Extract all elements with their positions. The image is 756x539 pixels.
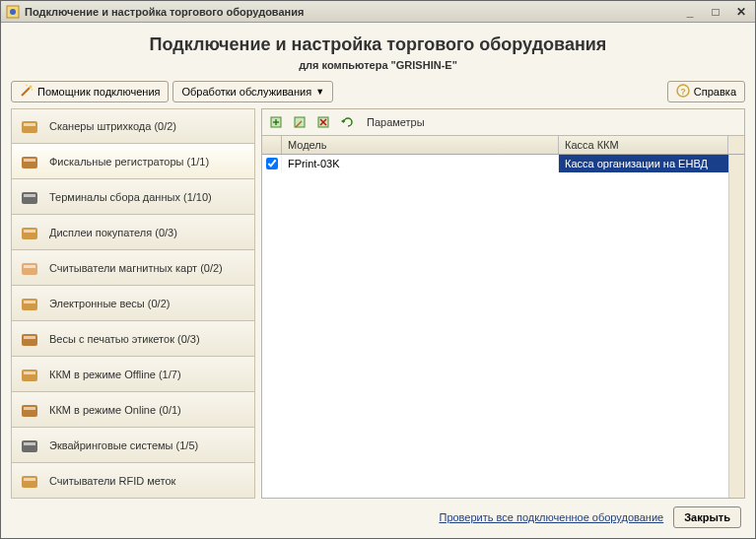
add-icon[interactable]: [268, 113, 286, 131]
svg-point-3: [30, 86, 33, 89]
svg-rect-9: [24, 123, 35, 126]
acquiring-icon: [18, 434, 41, 457]
svg-point-5: [32, 89, 34, 91]
svg-rect-23: [24, 371, 35, 374]
svg-rect-29: [24, 478, 35, 481]
edit-icon[interactable]: [292, 113, 309, 131]
customer-display-icon: [18, 221, 41, 244]
sidebar-item-label: Считыватели магнитных карт (0/2): [49, 262, 248, 274]
svg-rect-19: [24, 301, 35, 303]
svg-point-4: [26, 85, 28, 87]
page-heading: Подключение и настройка торгового оборуд…: [11, 34, 745, 55]
connection-wizard-button[interactable]: Помощник подключения: [11, 81, 169, 102]
params-label: Параметры: [367, 116, 425, 128]
label-scale-icon: [18, 327, 41, 351]
kkm-online-icon: [18, 398, 41, 422]
wizard-label: Помощник подключения: [37, 86, 160, 98]
maximize-button[interactable]: □: [706, 4, 725, 20]
sidebar-item-6[interactable]: Весы с печатью этикеток (0/3): [11, 321, 255, 357]
sidebar-item-7[interactable]: ККМ в режиме Offline (1/7): [11, 357, 255, 392]
svg-rect-20: [22, 334, 37, 346]
svg-text:?: ?: [680, 87, 686, 97]
app-icon: [5, 4, 21, 20]
minimize-button[interactable]: _: [680, 4, 700, 20]
close-window-button[interactable]: ✕: [731, 4, 751, 20]
kkm-offline-icon: [18, 363, 41, 386]
svg-point-1: [10, 9, 16, 15]
svg-rect-8: [22, 121, 37, 133]
right-pane: Параметры Модель Касса ККМ FPrint-03KКас…: [261, 108, 745, 499]
sidebar-item-label: Сканеры штрихкода (0/2): [49, 120, 248, 132]
column-header-kassa[interactable]: Касса ККМ: [559, 136, 728, 154]
svg-rect-16: [22, 263, 37, 275]
sidebar: Сканеры штрихкода (0/2)Фискальные регист…: [11, 108, 255, 499]
sidebar-item-9[interactable]: Эквайринговые системы (1/5): [11, 428, 255, 463]
data-terminal-icon: [18, 185, 41, 209]
close-button[interactable]: Закрыть: [673, 506, 741, 528]
svg-rect-24: [22, 405, 37, 417]
check-all-link[interactable]: Проверить все подключенное оборудование: [439, 511, 663, 523]
svg-rect-17: [24, 265, 35, 268]
sidebar-item-3[interactable]: Дисплеи покупателя (0/3): [11, 215, 255, 250]
svg-rect-26: [22, 440, 37, 452]
column-header-check[interactable]: [262, 136, 282, 154]
sidebar-item-label: ККМ в режиме Online (0/1): [49, 404, 248, 416]
sidebar-item-8[interactable]: ККМ в режиме Online (0/1): [11, 392, 255, 428]
rfid-icon: [18, 469, 41, 493]
sidebar-item-label: Эквайринговые системы (1/5): [49, 439, 248, 451]
svg-line-2: [22, 88, 30, 96]
sidebar-item-label: Электронные весы (0/2): [49, 298, 248, 309]
help-label: Справка: [694, 86, 736, 98]
sidebar-item-2[interactable]: Терминалы сбора данных (1/10): [11, 179, 255, 215]
delete-icon[interactable]: [315, 113, 333, 131]
sidebar-item-10[interactable]: Считыватели RFID меток: [11, 463, 255, 499]
bottom-bar: Проверить все подключенное оборудование …: [11, 499, 745, 532]
grid-header: Модель Касса ККМ: [262, 136, 744, 155]
column-header-model[interactable]: Модель: [282, 136, 559, 154]
card-reader-icon: [18, 256, 41, 280]
svg-rect-22: [22, 370, 37, 381]
sidebar-item-label: Дисплеи покупателя (0/3): [49, 227, 248, 238]
main-area: Сканеры штрихкода (0/2)Фискальные регист…: [11, 108, 745, 499]
svg-rect-27: [24, 442, 35, 445]
svg-rect-14: [22, 228, 37, 239]
sidebar-item-4[interactable]: Считыватели магнитных карт (0/2): [11, 250, 255, 286]
grid: Модель Касса ККМ FPrint-03KКасса организ…: [262, 135, 744, 498]
svg-rect-10: [22, 157, 37, 168]
sidebar-item-1[interactable]: Фискальные регистраторы (1/1): [11, 144, 255, 179]
sidebar-item-label: Фискальные регистраторы (1/1): [49, 156, 248, 168]
scrollbar-head: [728, 136, 744, 154]
row-checkbox[interactable]: [266, 158, 278, 169]
svg-rect-12: [22, 192, 37, 204]
table-row[interactable]: FPrint-03KКасса организации на ЕНВД: [262, 155, 728, 172]
window-title: Подключение и настройка торгового оборуд…: [25, 6, 680, 18]
row-checkbox-cell: [262, 155, 282, 172]
barcode-scanner-icon: [18, 114, 41, 138]
wand-icon: [20, 84, 34, 100]
svg-rect-28: [22, 476, 37, 488]
svg-rect-15: [24, 230, 35, 233]
titlebar: Подключение и настройка торгового оборуд…: [1, 1, 755, 23]
sidebar-item-label: ККМ в режиме Offline (1/7): [49, 369, 248, 380]
svg-rect-18: [22, 299, 37, 310]
help-icon: ?: [676, 84, 690, 100]
sidebar-item-label: Терминалы сбора данных (1/10): [49, 191, 248, 203]
svg-marker-38: [341, 119, 344, 123]
sidebar-item-label: Весы с печатью этикеток (0/3): [49, 333, 248, 345]
sidebar-item-5[interactable]: Электронные весы (0/2): [11, 286, 255, 321]
maintenance-dropdown[interactable]: Обработки обслуживания ▼: [172, 81, 333, 102]
grid-toolbar: Параметры: [262, 109, 744, 135]
sidebar-item-0[interactable]: Сканеры штрихкода (0/2): [11, 108, 255, 144]
svg-rect-21: [24, 336, 35, 339]
content-area: Подключение и настройка торгового оборуд…: [1, 23, 755, 538]
toolbar: Помощник подключения Обработки обслужива…: [11, 81, 745, 102]
fiscal-register-icon: [18, 150, 41, 173]
svg-rect-13: [24, 194, 35, 197]
scale-icon: [18, 292, 41, 315]
svg-rect-25: [24, 407, 35, 410]
help-button[interactable]: ? Справка: [667, 81, 745, 102]
svg-rect-11: [24, 159, 35, 162]
vertical-scrollbar[interactable]: [728, 155, 744, 498]
maintenance-label: Обработки обслуживания: [181, 86, 311, 98]
refresh-icon[interactable]: [339, 113, 357, 131]
